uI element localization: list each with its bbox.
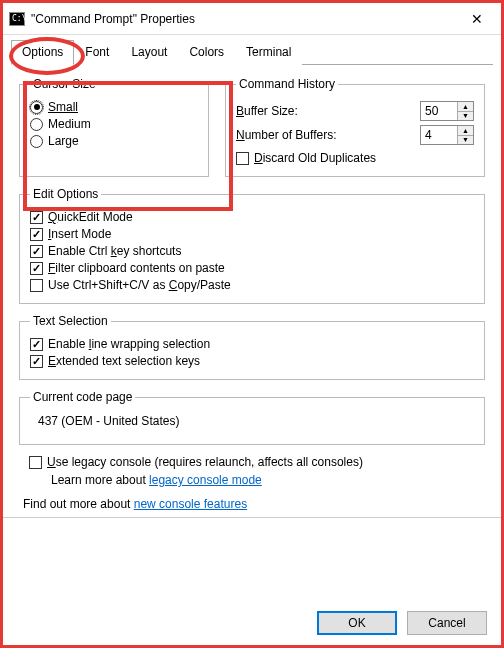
radio-cursor-small[interactable]	[30, 101, 43, 114]
command-history-group: Command History Buffer Size: ▲▼ Number o…	[225, 77, 485, 177]
spinner-down-icon[interactable]: ▼	[458, 112, 473, 121]
cancel-button[interactable]: Cancel	[407, 611, 487, 635]
text-selection-group: Text Selection Enable line wrapping sele…	[19, 314, 485, 380]
spinner-up-icon[interactable]: ▲	[458, 102, 473, 112]
checkbox-quickedit[interactable]	[30, 211, 43, 224]
discard-duplicates-label: Discard Old Duplicates	[254, 151, 376, 165]
extended-selection-label: Extended text selection keys	[48, 354, 200, 368]
text-selection-legend: Text Selection	[30, 314, 111, 328]
close-button[interactable]: ✕	[455, 4, 499, 34]
num-buffers-input[interactable]	[421, 126, 457, 144]
dialog-buttons: OK Cancel	[317, 611, 487, 635]
spinner-down-icon[interactable]: ▼	[458, 136, 473, 145]
code-page-group: Current code page 437 (OEM - United Stat…	[19, 390, 485, 445]
checkbox-legacy-console[interactable]	[29, 456, 42, 469]
tab-bar: Options Font Layout Colors Terminal	[11, 39, 493, 65]
command-history-legend: Command History	[236, 77, 338, 91]
checkbox-line-wrapping[interactable]	[30, 338, 43, 351]
edit-options-group: Edit Options QuickEdit Mode Insert Mode …	[19, 187, 485, 304]
legacy-learn-more: Learn more about legacy console mode	[51, 473, 485, 487]
titlebar: C:\ "Command Prompt" Properties ✕	[3, 3, 501, 35]
buffer-size-input[interactable]	[421, 102, 457, 120]
checkbox-ctrl-shortcuts[interactable]	[30, 245, 43, 258]
legacy-console-link[interactable]: legacy console mode	[149, 473, 262, 487]
ctrl-shortcuts-label: Enable Ctrl key shortcuts	[48, 244, 181, 258]
ctrl-shift-cv-label: Use Ctrl+Shift+C/V as Copy/Paste	[48, 278, 231, 292]
buffer-size-label: Buffer Size:	[236, 104, 420, 118]
tab-layout[interactable]: Layout	[120, 40, 178, 65]
cursor-size-group: Cursor Size Small Medium Large	[19, 77, 209, 177]
quickedit-label: QuickEdit Mode	[48, 210, 133, 224]
edit-options-legend: Edit Options	[30, 187, 101, 201]
tab-terminal[interactable]: Terminal	[235, 40, 302, 65]
radio-cursor-medium[interactable]	[30, 118, 43, 131]
cursor-size-legend: Cursor Size	[30, 77, 99, 91]
insert-mode-label: Insert Mode	[48, 227, 111, 241]
checkbox-insert-mode[interactable]	[30, 228, 43, 241]
cmd-icon: C:\	[9, 12, 25, 26]
new-console-features-link[interactable]: new console features	[134, 497, 247, 511]
code-page-legend: Current code page	[30, 390, 135, 404]
radio-cursor-medium-label: Medium	[48, 117, 91, 131]
checkbox-ctrl-shift-cv[interactable]	[30, 279, 43, 292]
checkbox-extended-selection[interactable]	[30, 355, 43, 368]
spinner-up-icon[interactable]: ▲	[458, 126, 473, 136]
code-page-value: 437 (OEM - United States)	[30, 410, 474, 436]
tab-font[interactable]: Font	[74, 40, 120, 65]
radio-cursor-small-label: Small	[48, 100, 78, 114]
ok-button[interactable]: OK	[317, 611, 397, 635]
num-buffers-spinner[interactable]: ▲▼	[420, 125, 474, 145]
tab-colors[interactable]: Colors	[178, 40, 235, 65]
num-buffers-label: Number of Buffers:	[236, 128, 420, 142]
line-wrapping-label: Enable line wrapping selection	[48, 337, 210, 351]
separator	[3, 517, 501, 518]
radio-cursor-large[interactable]	[30, 135, 43, 148]
legacy-console-label: Use legacy console (requires relaunch, a…	[47, 455, 363, 469]
radio-cursor-large-label: Large	[48, 134, 79, 148]
find-out-more: Find out more about new console features	[23, 497, 485, 511]
close-icon: ✕	[471, 11, 483, 27]
buffer-size-spinner[interactable]: ▲▼	[420, 101, 474, 121]
tab-options[interactable]: Options	[11, 40, 74, 65]
checkbox-discard-duplicates[interactable]	[236, 152, 249, 165]
filter-clipboard-label: Filter clipboard contents on paste	[48, 261, 225, 275]
checkbox-filter-clipboard[interactable]	[30, 262, 43, 275]
window-title: "Command Prompt" Properties	[31, 12, 455, 26]
